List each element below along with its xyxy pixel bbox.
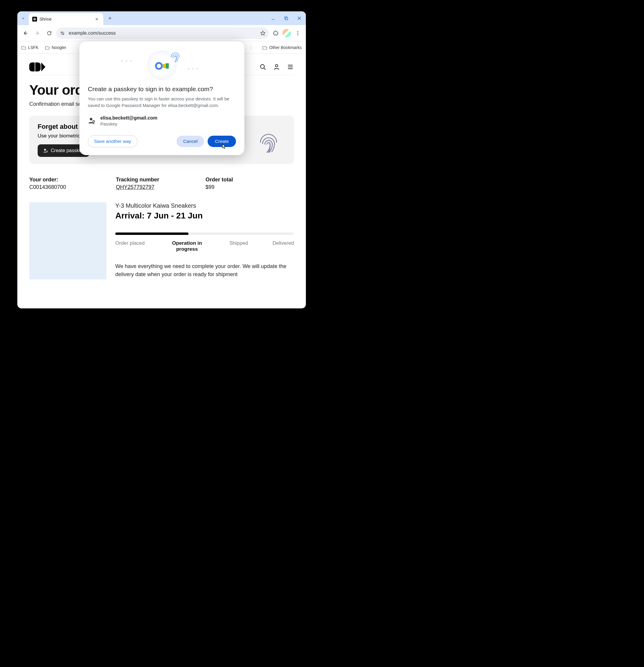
product-name: Y-3 Multicolor Kaiwa Sneakers — [115, 202, 294, 209]
minimize-button[interactable] — [269, 14, 277, 22]
folder-icon — [45, 45, 50, 50]
chevron-down-icon — [21, 16, 26, 20]
progress-fill — [115, 232, 188, 235]
person-icon — [273, 63, 280, 70]
svg-point-3 — [63, 33, 64, 35]
step: Delivered — [273, 240, 294, 252]
maximize-icon — [284, 16, 288, 21]
decoration-dots: · · · · · · — [122, 67, 141, 70]
create-label: Create — [215, 139, 229, 144]
product-image — [29, 202, 106, 279]
folder-icon — [263, 45, 267, 50]
dialog-illustration: · ● ● ● · · · · · · · · · · · · · · · · … — [88, 47, 236, 83]
svg-point-4 — [298, 31, 298, 32]
reload-button[interactable] — [44, 28, 54, 38]
decoration-dots: · · · · · · · · — [171, 78, 197, 81]
tracking-value[interactable]: QHY257792797 — [116, 184, 202, 190]
cancel-button[interactable]: Cancel — [177, 136, 204, 147]
search-button[interactable] — [259, 63, 266, 70]
close-icon — [297, 16, 302, 21]
arrow-right-icon — [34, 30, 40, 36]
passkey-dialog: · ● ● ● · · · · · · · · · · · · · · · · … — [80, 41, 244, 155]
other-bookmarks-label: Other Bookmarks — [269, 45, 302, 50]
bookmark-folder[interactable]: Noogler — [45, 45, 66, 50]
arrival-text: Arrival: 7 Jun - 21 Jun — [115, 211, 294, 221]
folder-icon — [21, 45, 26, 50]
tab-search-dropdown[interactable] — [19, 14, 28, 22]
kebab-icon — [295, 31, 300, 36]
status-message: We have everything we need to complete y… — [115, 262, 294, 278]
decoration-dots: · · · · · · — [184, 56, 203, 60]
create-passkey-label: Create passkey — [51, 148, 84, 153]
site-info-button[interactable] — [59, 30, 66, 36]
person-key-icon — [43, 148, 48, 153]
menu-button[interactable] — [293, 28, 303, 38]
svg-point-12 — [93, 120, 95, 123]
dialog-description: You can use this passkey to sign in fast… — [88, 96, 236, 109]
maximize-button[interactable] — [282, 14, 290, 22]
puzzle-icon — [273, 30, 279, 36]
tune-icon — [60, 31, 65, 35]
minimize-icon — [270, 16, 276, 21]
account-row: elisa.beckett@gmail.com Passkey — [88, 115, 236, 126]
step-active: Operation in progress — [169, 240, 205, 252]
total-label: Order total — [205, 177, 294, 183]
tab-favicon-icon: ⦿ — [32, 17, 37, 21]
order-summary: Your order: C00143680700 Tracking number… — [29, 177, 294, 190]
decoration-dots: · ● ● ● — [118, 59, 133, 63]
site-logo[interactable] — [29, 63, 45, 71]
menu-icon — [287, 63, 294, 70]
create-button[interactable]: Create — [208, 136, 236, 147]
progress-steps: Order placed Operation in progress Shipp… — [115, 240, 294, 252]
browser-tab[interactable]: ⦿ Shrine — [29, 13, 103, 25]
url-text: example.com/success — [69, 31, 257, 36]
back-button[interactable] — [20, 28, 31, 38]
tracking-label: Tracking number — [116, 177, 202, 183]
reload-icon — [47, 31, 52, 36]
svg-point-5 — [298, 33, 298, 33]
tab-close-button[interactable] — [95, 17, 100, 21]
dialog-actions: Save another way Cancel Create — [88, 135, 236, 147]
svg-point-7 — [261, 65, 264, 68]
save-another-way-button[interactable]: Save another way — [88, 135, 137, 147]
tab-strip: ⦿ Shrine — [17, 11, 306, 25]
dialog-title: Create a passkey to sign in to example.c… — [88, 85, 236, 93]
step: Order placed — [115, 240, 145, 252]
progress-track — [115, 232, 294, 235]
address-bar[interactable]: example.com/success — [56, 28, 269, 39]
account-button[interactable] — [273, 63, 280, 70]
fingerprint-icon — [168, 50, 182, 63]
extensions-button[interactable] — [270, 28, 281, 38]
decoration-dots: ● ● ● · · — [187, 67, 206, 70]
close-window-button[interactable] — [295, 14, 303, 22]
window-controls — [269, 11, 303, 25]
account-subtype: Passkey — [100, 121, 158, 126]
svg-point-10 — [47, 151, 48, 152]
product-section: Y-3 Multicolor Kaiwa Sneakers Arrival: 7… — [29, 202, 294, 279]
hamburger-button[interactable] — [287, 63, 294, 70]
other-bookmarks[interactable]: Other Bookmarks — [263, 45, 302, 50]
arrow-left-icon — [22, 30, 28, 36]
browser-window: ⦿ Shrine — [17, 11, 306, 308]
star-icon — [260, 30, 266, 36]
bookmark-star-button[interactable] — [260, 30, 266, 36]
search-icon — [259, 63, 266, 70]
plus-icon — [108, 16, 112, 20]
svg-point-6 — [298, 34, 298, 35]
cursor-icon — [222, 144, 227, 149]
account-email: elisa.beckett@gmail.com — [100, 115, 158, 121]
profile-avatar[interactable] — [283, 29, 291, 37]
svg-point-8 — [276, 65, 278, 67]
bookmark-folder[interactable]: LSFK — [21, 45, 38, 50]
passkey-account-icon — [88, 117, 96, 125]
svg-point-11 — [90, 118, 93, 120]
total-value: $99 — [205, 184, 294, 190]
close-icon — [95, 17, 99, 21]
bookmark-label: LSFK — [28, 45, 38, 50]
bookmark-label: Noogler — [52, 45, 66, 50]
svg-point-2 — [61, 32, 63, 33]
fingerprint-icon — [255, 128, 282, 154]
order-value: C00143680700 — [29, 184, 113, 190]
new-tab-button[interactable] — [106, 14, 114, 22]
forward-button[interactable] — [32, 28, 43, 38]
